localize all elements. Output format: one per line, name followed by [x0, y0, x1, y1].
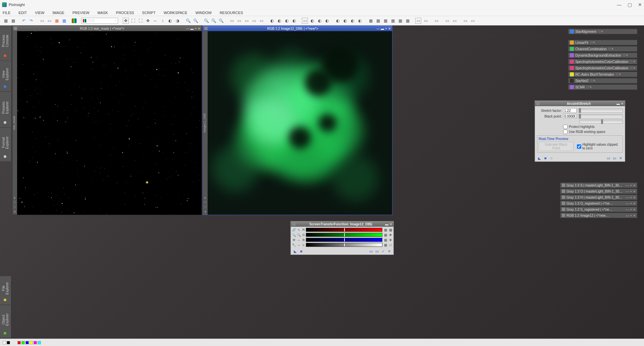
tab-format-explorer[interactable]: Format Explorer — [0, 128, 11, 161]
tb-icon[interactable]: ▭ — [46, 18, 52, 24]
menu-workspace[interactable]: WORKSPACE — [164, 11, 187, 15]
link-icon[interactable]: 🔗 — [291, 227, 296, 232]
tb-zoomin-icon[interactable]: 🔍 — [185, 18, 191, 24]
tb-icon[interactable]: ▭ — [423, 18, 429, 24]
tb-icon[interactable]: ✥ — [145, 18, 151, 24]
tb-icon[interactable]: ▦ — [405, 18, 411, 24]
tb-icon[interactable]: ◐ — [276, 18, 282, 24]
tb-icon[interactable]: ▭ — [258, 18, 264, 24]
shade-icon[interactable]: ▬ — [616, 102, 620, 106]
close-icon[interactable]: ✕ — [388, 27, 391, 30]
tb-icon[interactable]: ↕ — [160, 18, 166, 24]
tb-icon[interactable]: ▭ — [229, 18, 235, 24]
edit-icon[interactable]: ↔ — [297, 243, 301, 247]
tb-icon[interactable]: ▭ — [462, 18, 468, 24]
tb-icon[interactable]: ▭ — [302, 18, 308, 24]
process-dbe[interactable]: DynamicBackgroundExtraction□✕ — [568, 53, 637, 58]
maximize-icon[interactable]: ▢ — [628, 2, 632, 7]
tool-icon[interactable]: □ — [204, 201, 206, 204]
channel-selector[interactable]: RGB ▾ — [81, 18, 118, 24]
tb-icon[interactable]: ▭ — [451, 18, 458, 24]
stretch-slider[interactable] — [578, 109, 623, 113]
tb-icon[interactable]: ↔ — [152, 18, 158, 24]
stretch-icon[interactable]: ↔ — [297, 237, 301, 242]
process-blurxt[interactable]: RC-Astro BlurXTerminator□✕ — [568, 72, 637, 77]
channel-r-bar[interactable] — [306, 228, 382, 232]
process-linearfit[interactable]: LinearFit□✕ — [568, 40, 637, 45]
dialog-titlebar[interactable]: ScreenTransferFunction: Image12_DBE ▬✕ — [291, 221, 393, 227]
minimize-icon[interactable]: — — [186, 27, 189, 30]
tool-icon[interactable]: □ — [14, 205, 15, 209]
estimate-button[interactable]: Estimate Black Point — [539, 142, 574, 151]
mini-window[interactable]: Gray 1:3 O_registered | <*ne…—+✕ — [560, 201, 637, 206]
reset-icon[interactable]: ✕ — [387, 249, 391, 254]
tb-icon[interactable]: ▦ — [368, 18, 374, 24]
applyglobal-icon[interactable]: ■ — [543, 156, 548, 160]
applyglobal-icon[interactable]: ■ — [299, 249, 304, 254]
menu-script[interactable]: SCRIPT — [142, 11, 156, 15]
tool-icon[interactable]: ▭ — [369, 249, 373, 254]
minimize-icon[interactable]: — — [617, 2, 622, 7]
process-spcc[interactable]: SpectrophotometricColorCalibration□✕ — [568, 65, 637, 71]
process-scnr[interactable]: SCNR□✕ — [568, 84, 637, 90]
mini-window[interactable]: Gray 1:3 H | masterLight_BIN-1_30…—+✕ — [560, 195, 637, 200]
tb-icon[interactable]: ▦ — [397, 18, 403, 24]
reset-icon[interactable]: ✕ — [618, 156, 623, 160]
newinstance-icon[interactable]: ▭ — [606, 156, 611, 160]
tb-icon[interactable]: ◐ — [291, 18, 297, 24]
close-icon[interactable]: ✕ — [638, 2, 642, 7]
tb-icon[interactable]: ◐ — [324, 18, 330, 24]
tb-new-icon[interactable]: ▦ — [3, 18, 9, 24]
docs-icon[interactable]: ▭ — [612, 156, 617, 160]
tab-object-explorer[interactable]: Object Explorer — [0, 305, 11, 338]
tool-icon[interactable]: ▭ — [375, 249, 379, 254]
tool-icon[interactable]: □ — [204, 205, 206, 209]
close-icon[interactable]: ✕ — [621, 102, 624, 106]
menu-edit[interactable]: EDIT — [18, 11, 27, 15]
tb-zoomout-icon[interactable]: 🔍 — [193, 18, 199, 24]
tb-icon[interactable]: ◐ — [269, 18, 275, 24]
tab-process-explorer[interactable]: Process Explorer — [0, 92, 11, 127]
tb-icon[interactable]: ◐ — [317, 18, 323, 24]
auto-icon[interactable]: ☢ — [291, 237, 296, 242]
process-staralignment[interactable]: StarAlignment□✕ — [568, 29, 637, 34]
shade-icon[interactable]: ▬ — [385, 222, 388, 226]
shade-icon[interactable]: ▬ — [381, 27, 384, 30]
tb-icon[interactable]: ◐ — [342, 18, 348, 24]
close-icon[interactable]: ✕ — [198, 27, 200, 30]
tool-icon[interactable]: ✥ — [388, 237, 393, 242]
protect-checkbox[interactable] — [563, 125, 568, 129]
zoomin-icon[interactable]: 🔍 — [291, 232, 296, 237]
tb-zoom-icon[interactable]: 🔍 — [218, 18, 224, 24]
tb-icon[interactable]: ▦ — [54, 18, 60, 24]
mini-window[interactable]: RGB 1:2 Image12 | <*new…▭+✕ — [560, 213, 637, 218]
tool-icon[interactable]: ✓ — [381, 249, 385, 254]
tb-icon[interactable]: ◐ — [167, 18, 173, 24]
tb-open-icon[interactable]: ▦ — [10, 18, 16, 24]
tb-icon[interactable]: ◐ — [335, 18, 341, 24]
channel-g-bar[interactable] — [306, 233, 382, 237]
mini-window[interactable]: Gray 1:3 S | masterLight_BIN-1_30…—+✕ — [560, 183, 637, 188]
tool-icon[interactable]: □ — [14, 201, 15, 204]
channel-l-bar[interactable] — [306, 243, 382, 247]
tool-icon[interactable]: ▭ — [388, 243, 393, 247]
menu-resources[interactable]: RESOURCES — [220, 11, 243, 15]
pointer-icon[interactable]: ↖ — [297, 227, 301, 232]
image-window-titlebar[interactable]: RGB 1:2 Image12_DBE | <*new*> — ▬ + ✕ — [203, 26, 392, 31]
tool-icon[interactable]: ▾ — [205, 210, 206, 213]
tb-icon[interactable]: ◑ — [174, 18, 180, 24]
menu-view[interactable]: VIEW — [35, 11, 44, 15]
apply-icon[interactable]: ◣ — [537, 156, 542, 160]
tb-icon[interactable]: ◐ — [309, 18, 315, 24]
tb-icon[interactable]: ◐ — [350, 18, 356, 24]
mini-window[interactable]: Gray 1:3 S_registered | <*ne…—+✕ — [560, 207, 637, 212]
tb-icon[interactable]: ▦ — [390, 18, 396, 24]
channel-b-bar[interactable] — [306, 238, 382, 242]
tb-icon[interactable]: ▭ — [251, 18, 257, 24]
process-starnet2[interactable]: StarNet2□✕ — [568, 78, 637, 83]
tb-icon[interactable]: ▭ — [415, 18, 421, 24]
tb-icon[interactable]: ▭ — [470, 18, 476, 24]
tb-zoom-icon[interactable]: 🔍 — [211, 18, 217, 24]
image-canvas[interactable] — [17, 31, 202, 215]
process-spcc[interactable]: SpectrophotometricColorCalibration□✕ — [568, 59, 637, 64]
